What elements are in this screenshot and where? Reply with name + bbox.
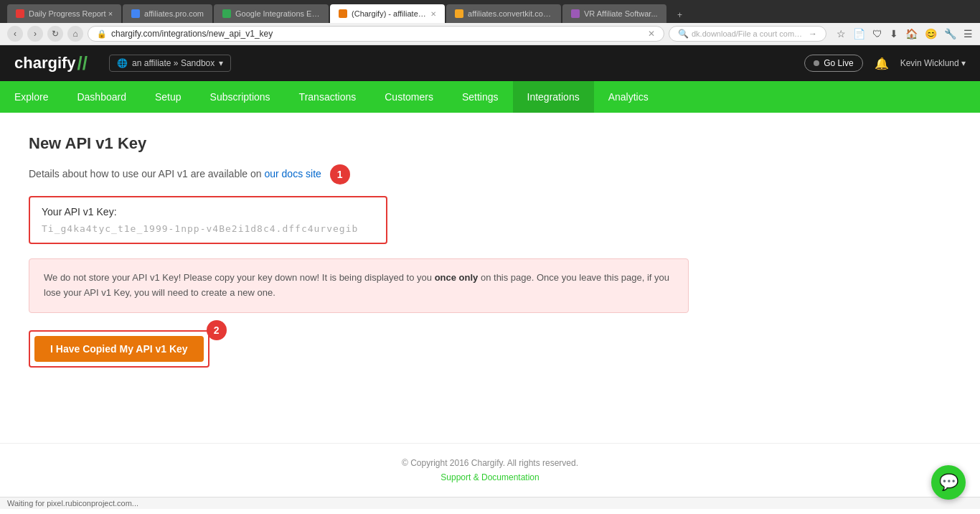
extensions-icon[interactable]: 🔧	[944, 28, 956, 39]
tab-6[interactable]: VR Affiliate Softwar...	[562, 4, 666, 23]
tab-label-4: (Chargify) - affiliates.de...	[352, 9, 426, 18]
emoji-icon[interactable]: 😊	[925, 28, 937, 39]
copy-btn-section: I Have Copied My API v1 Key 2	[29, 330, 209, 368]
nav-item-transactions[interactable]: Transactions	[285, 81, 371, 113]
tab-3[interactable]: Google Integrations Exa...	[214, 4, 329, 23]
nav-item-explore[interactable]: Explore	[0, 81, 62, 113]
tab-favicon-3	[222, 9, 231, 18]
tab-label-3: Google Integrations Exa...	[235, 9, 320, 18]
bookmark-star-icon[interactable]: ☆	[837, 28, 846, 39]
browser-toolbar-icons: ☆ 📄 🛡 ⬇ 🏠 😊 🔧 ☰	[837, 28, 973, 39]
logo-text: chargify	[14, 54, 76, 73]
main-content: New API v1 Key Details about how to use …	[0, 113, 980, 414]
app-header: chargify // 🌐 an affiliate » Sandbox ▾ G…	[0, 45, 980, 81]
site-label: an affiliate » Sandbox	[132, 58, 215, 68]
tab-label-6: VR Affiliate Softwar...	[584, 9, 658, 18]
chat-bubble-button[interactable]: 💬	[931, 465, 966, 500]
warning-text-bold: once only	[435, 272, 479, 283]
menu-icon[interactable]: ☰	[963, 28, 973, 39]
home-nav-icon[interactable]: 🏠	[905, 28, 918, 39]
logo-slashes: //	[77, 52, 88, 75]
tab-favicon-4	[339, 9, 347, 18]
logo: chargify //	[14, 52, 88, 75]
tab-label-5: affiliates.convertkit.co... ×	[468, 9, 552, 18]
lock-icon: 🔒	[97, 29, 107, 39]
header-right: Go Live 🔔 Kevin Wicklund ▾	[804, 55, 966, 72]
tab-5[interactable]: affiliates.convertkit.co... ×	[446, 4, 561, 23]
page-title: New API v1 Key	[29, 134, 951, 153]
step2-badge: 2	[207, 320, 227, 340]
reader-icon[interactable]: 📄	[853, 28, 865, 39]
user-menu[interactable]: Kevin Wicklund ▾	[900, 58, 966, 68]
copy-btn-box: I Have Copied My API v1 Key	[29, 330, 209, 368]
tab-1[interactable]: Daily Progress Report ×	[7, 4, 121, 23]
description: Details about how to use our API v1 are …	[29, 164, 951, 184]
tab-2[interactable]: affiliates.pro.com	[123, 4, 212, 23]
search-icon: 🔍	[678, 29, 689, 39]
tab-bar: Daily Progress Report × affiliates.pro.c…	[0, 0, 980, 23]
description-prefix: Details about how to use our API v1 are …	[29, 168, 262, 179]
api-key-section: Your API v1 Key: Ti_g4ka4tyc_t1e_1999-1n…	[29, 196, 387, 244]
tab-4-active[interactable]: (Chargify) - affiliates.de... ✕	[330, 4, 445, 23]
tab-close-4[interactable]: ✕	[430, 10, 436, 18]
download-icon[interactable]: ⬇	[890, 28, 898, 39]
docs-site-link[interactable]: our docs site	[264, 168, 321, 179]
address-bar-row: ‹ › ↻ ⌂ 🔒 chargify.com/integrations/new_…	[0, 23, 980, 45]
api-key-label: Your API v1 Key:	[42, 206, 374, 218]
refresh-button[interactable]: ↻	[47, 26, 63, 42]
tab-favicon-6	[571, 9, 580, 18]
search-bar[interactable]: 🔍 dk.download/File a court compla... →	[669, 26, 826, 42]
shield-icon[interactable]: 🛡	[872, 28, 882, 39]
warning-box: We do not store your API v1 Key! Please …	[29, 258, 689, 313]
back-button[interactable]: ‹	[7, 26, 23, 42]
nav-item-customers[interactable]: Customers	[370, 81, 448, 113]
new-tab-button[interactable]: +	[672, 7, 688, 23]
status-bar: Waiting for pixel.rubiconproject.com...	[0, 497, 980, 509]
clear-url-icon[interactable]: ✕	[648, 29, 655, 39]
url-text: chargify.com/integrations/new_api_v1_key	[111, 29, 273, 39]
support-link[interactable]: Support & Documentation	[14, 472, 966, 482]
live-dot-icon	[814, 60, 819, 66]
tab-favicon-2	[131, 9, 140, 18]
warning-text-normal: We do not store your API v1 Key! Please …	[44, 272, 432, 283]
globe-icon: 🌐	[117, 58, 128, 68]
copyright-text: © Copyright 2016 Chargify. All rights re…	[402, 458, 578, 468]
api-key-box: Your API v1 Key: Ti_g4ka4tyc_t1e_1999-1n…	[29, 196, 387, 244]
api-key-value: Ti_g4ka4tyc_t1e_1999-1npp-v4Be2i1d8c4.df…	[42, 223, 374, 234]
nav-item-settings[interactable]: Settings	[448, 81, 513, 113]
search-arrow-icon[interactable]: →	[809, 29, 817, 39]
site-chevron-icon: ▾	[219, 58, 223, 68]
search-text: dk.download/File a court compla...	[692, 29, 806, 38]
tab-favicon-1	[16, 9, 24, 18]
tab-favicon-5	[455, 9, 463, 18]
nav-bar: Explore Dashboard Setup Subscriptions Tr…	[0, 81, 980, 113]
copy-api-key-button[interactable]: I Have Copied My API v1 Key	[34, 336, 204, 362]
user-label: Kevin Wicklund ▾	[900, 58, 966, 68]
status-text: Waiting for pixel.rubiconproject.com...	[7, 499, 138, 508]
nav-item-dashboard[interactable]: Dashboard	[62, 81, 141, 113]
go-live-button[interactable]: Go Live	[804, 55, 862, 72]
tab-label-1: Daily Progress Report ×	[29, 9, 113, 18]
nav-item-subscriptions[interactable]: Subscriptions	[196, 81, 285, 113]
home-button[interactable]: ⌂	[67, 26, 83, 42]
nav-item-setup[interactable]: Setup	[141, 81, 196, 113]
step1-badge: 1	[330, 164, 350, 184]
go-live-label: Go Live	[824, 58, 853, 68]
forward-button[interactable]: ›	[27, 26, 43, 42]
address-bar[interactable]: 🔒 chargify.com/integrations/new_api_v1_k…	[88, 26, 664, 42]
nav-item-analytics[interactable]: Analytics	[594, 81, 663, 113]
footer: © Copyright 2016 Chargify. All rights re…	[0, 443, 980, 497]
nav-item-integrations[interactable]: Integrations	[513, 81, 594, 113]
site-selector[interactable]: 🌐 an affiliate » Sandbox ▾	[109, 55, 231, 72]
tab-label-2: affiliates.pro.com	[144, 9, 204, 18]
bell-icon[interactable]: 🔔	[875, 57, 889, 70]
